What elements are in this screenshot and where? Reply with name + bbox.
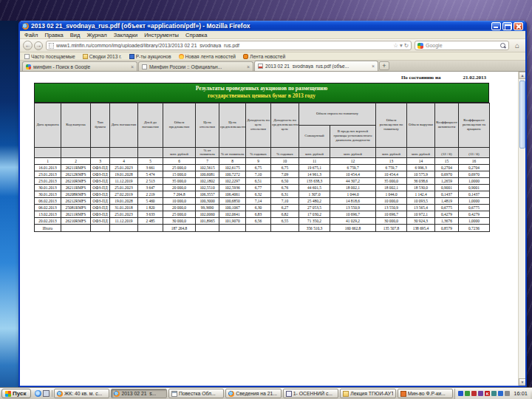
menu-item[interactable]: Справка [185, 32, 207, 38]
tab-close-icon[interactable]: × [131, 64, 134, 69]
table-cell: 10 972,1 [407, 211, 435, 218]
task-button[interactable]: Повестка Обл... [168, 389, 224, 398]
dropdown-caret-icon[interactable]: ▾ [400, 42, 403, 49]
vertical-scrollbar[interactable]: ▲ ▼ [518, 72, 525, 386]
task-button[interactable]: Мин-во Ф.Р-ки... [398, 389, 453, 398]
table-cell: 102,0641 [219, 211, 246, 218]
bookmark-item[interactable]: Лента новостей [243, 54, 285, 59]
search-input[interactable]: Google [426, 43, 498, 48]
tab[interactable]: минфин - Поиск в Google× [22, 61, 137, 71]
scroll-down-icon[interactable]: ▼ [519, 378, 525, 386]
bookmark-item[interactable]: Часто посещаемые [24, 54, 75, 59]
table-cell: 0,6775 [459, 205, 490, 211]
table-cell: 26210RMFS [61, 218, 91, 225]
tab-close-icon[interactable]: × [372, 64, 375, 69]
display-icon[interactable] [498, 391, 503, 396]
bookmark-item[interactable]: Р-ты аукционов [129, 54, 171, 59]
back-button[interactable]: ← [23, 41, 33, 50]
table-total-cell [271, 225, 299, 232]
task-button[interactable]: 2013 02 21_s... [111, 389, 166, 398]
menu-bar: ФайлПравкаВидЖурналЗакладкиИнструментыСп… [20, 31, 525, 39]
table-cell: 6,75 [246, 165, 271, 171]
reload-icon[interactable]: ↻ [404, 42, 409, 49]
table-cell: 35 000,0 [376, 178, 407, 185]
table-cell: 100,1067 [219, 205, 246, 211]
start-button[interactable]: Пуск [1, 389, 31, 398]
bookmarks-toolbar: Часто посещаемыеСводки 2013 г.Р-ты аукци… [20, 52, 525, 61]
task-button[interactable]: ЖК: 40 кв. м. с... [54, 389, 109, 398]
scroll-up-icon[interactable]: ▲ [519, 72, 525, 79]
search-box[interactable]: Google [415, 41, 509, 50]
table-total-cell: 160 662,8 [330, 225, 376, 232]
table-cell: 15 000,0 [163, 171, 196, 178]
table-cell: 06.02.2013 [35, 198, 61, 205]
menu-item[interactable]: Инструменты [144, 32, 179, 38]
new-tab-button[interactable]: + [379, 61, 389, 70]
network-status-icon[interactable] [458, 391, 463, 396]
safely-remove-icon[interactable] [505, 391, 510, 396]
table-row: 30.01.201326211RMFSОФЗ-ПД25.01.20233 647… [35, 185, 490, 191]
bookmark-item[interactable]: Новая лента новостей [179, 54, 236, 59]
table-cell: 14 961,3 [299, 171, 330, 178]
menu-item[interactable]: Закладки [114, 32, 137, 38]
address-bar[interactable]: www1.minfin.ru/common/img/uploaded/libra… [46, 41, 412, 50]
messenger-icon[interactable] [478, 391, 483, 396]
bookmark-item[interactable]: Сводки 2013 г. [83, 54, 122, 59]
column-subheader: Совокупный [299, 125, 330, 147]
task-button[interactable]: Лекция ТГЮИ-АУТ [340, 389, 395, 398]
bookmark-star-icon[interactable]: ☆ [393, 42, 398, 49]
menu-item[interactable]: Правка [44, 32, 63, 38]
column-unit: % от номинала [219, 147, 246, 158]
table-cell: 3 661 [138, 165, 163, 171]
menu-item[interactable]: Журнал [86, 32, 106, 38]
close-button[interactable] [514, 22, 523, 30]
task-button[interactable]: 1- ОСЕННИЙ с... [283, 389, 338, 398]
task-button[interactable]: Сведения на 21... [225, 389, 281, 398]
ie-icon[interactable] [35, 390, 41, 397]
table-total-cell [246, 225, 271, 232]
table-cell: 25081RMFS [61, 205, 91, 211]
table-row: 20.02.201326210RMFSОФЗ-ПД11.12.20192 485… [35, 218, 490, 225]
desktop-icon[interactable] [43, 390, 50, 397]
column-unit: млн. рублей [163, 147, 196, 158]
table-total-cell: 0,7236 [459, 225, 490, 232]
menu-item[interactable]: Вид [70, 32, 81, 38]
update-icon[interactable] [465, 391, 470, 396]
tab-label: 2013 02 21_svodnaya_rus.pdf (объе... [265, 64, 369, 69]
menu-item[interactable]: Файл [24, 32, 38, 38]
table-cell: 101,9070 [219, 218, 246, 225]
table-cell: 44 601,5 [299, 185, 330, 191]
table-cell: 10 000,0 [376, 198, 407, 205]
window-titlebar[interactable]: 2013 02 21_svodnaya_rus.pdf (объект «app… [20, 21, 525, 31]
pdf-page: По состоянию на 21.02.2013 Результаты пр… [34, 75, 489, 232]
table-cell: 6 759,7 [376, 165, 407, 171]
search-magnifier-icon[interactable] [500, 43, 506, 49]
language-icon[interactable] [491, 391, 497, 396]
as-of-date: 21.02.2013 [463, 75, 487, 81]
table-cell: 102,6175 [219, 165, 246, 171]
table-cell: 102,2297 [219, 178, 246, 185]
restore-button[interactable] [502, 22, 512, 30]
tab-label: Минфин России :: Официальн... [149, 64, 245, 69]
scrollbar-thumb[interactable] [519, 81, 525, 149]
pdf-viewer: По состоянию на 21.02.2013 Результаты пр… [20, 72, 525, 386]
tab-close-icon[interactable]: × [247, 64, 250, 69]
forward-button[interactable]: → [34, 41, 43, 50]
address-url[interactable]: www1.minfin.ru/common/img/uploaded/libra… [56, 43, 391, 48]
tab[interactable]: Минфин России :: Официальн...× [138, 61, 253, 71]
table-cell: 3 647 [138, 185, 163, 191]
column-number: 12 [330, 158, 376, 165]
table-cell: 2 485 [138, 218, 163, 225]
table-cell: 0,4279 [435, 211, 459, 218]
folder-icon [83, 54, 88, 59]
table-total-cell [91, 225, 110, 232]
minimize-button[interactable] [491, 22, 501, 30]
antivirus-icon[interactable]: K [485, 391, 490, 396]
table-cell: 30 000,0 [376, 218, 407, 225]
table-total-cell: 356 510,3 [299, 225, 330, 232]
table-cell: 17 030,2 [299, 211, 330, 218]
table-cell: 18 530,0 [407, 185, 435, 191]
tab[interactable]: 2013 02 21_svodnaya_rus.pdf (объе...× [254, 61, 378, 71]
volume-icon[interactable] [471, 391, 477, 396]
home-button[interactable]: ⌂ [512, 41, 522, 51]
